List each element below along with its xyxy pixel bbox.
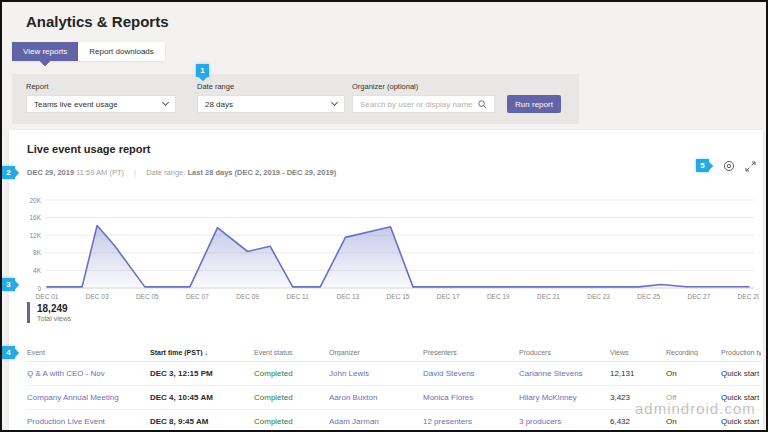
start-time: DEC 4, 10:45 AM [150,393,254,402]
organizer-link[interactable]: Aaron Buxton [329,393,423,402]
svg-text:DEC 09: DEC 09 [236,293,259,300]
svg-text:DEC 27: DEC 27 [687,293,710,300]
svg-text:0: 0 [37,285,41,292]
events-table: Event Start time (PST) ↓ Event status Or… [27,344,761,432]
date-range-select-value: 28 days [205,100,233,109]
report-title: Live event usage report [27,143,151,155]
watermark: admindroid.com [635,400,756,417]
event-link[interactable]: Production Live Event [27,417,150,426]
organizer-link[interactable]: John Lewis [329,369,423,378]
report-panel: Live event usage report DEC 29, 2019 11:… [9,130,763,430]
organizer-search-input[interactable] [360,100,478,109]
production-type-value: Quick start [721,417,761,426]
col-organizer[interactable]: Organizer [329,349,423,356]
col-production-type[interactable]: Production type [721,349,761,356]
views-value: 12,131 [610,369,666,378]
callout-badge-5: 5 [696,159,709,172]
presenters-link[interactable]: 12 presenters [423,417,519,426]
tab-view-reports-label: View reports [23,47,67,56]
chevron-down-icon [331,99,338,106]
col-start-time[interactable]: Start time (PST) ↓ [150,349,254,356]
col-producers[interactable]: Producers [519,349,610,356]
svg-text:DEC 07: DEC 07 [186,293,209,300]
svg-text:4K: 4K [33,267,42,274]
date-range-meta-value: Last 28 days (DEC 2, 2019 - DEC 29, 2019… [187,168,336,177]
presenters-link[interactable]: David Stevens [423,369,519,378]
callout-badge-4: 4 [2,346,15,359]
tab-bar: View reports Report downloads [12,42,165,61]
event-status: Completed [254,393,329,402]
svg-text:DEC 25: DEC 25 [637,293,660,300]
producers-link[interactable]: Hilary McKinney [519,393,610,402]
tab-report-downloads[interactable]: Report downloads [78,42,164,61]
views-value: 6,432 [610,417,666,426]
col-views[interactable]: Views [610,349,666,356]
svg-text:DEC 21: DEC 21 [537,293,560,300]
total-views-value: 18,249 [37,303,71,314]
svg-text:DEC 13: DEC 13 [336,293,359,300]
tab-view-reports[interactable]: View reports [12,42,78,61]
svg-text:8K: 8K [33,249,42,256]
report-label: Report [26,82,49,91]
report-actions [722,159,757,173]
usage-area-chart-svg: 04K8K12K16K20KDEC 01DEC 03DEC 05DEC 07DE… [14,194,759,306]
generated-time: 11:59 AM (PT) [76,168,124,177]
svg-text:12K: 12K [29,232,41,239]
svg-text:20K: 20K [29,197,41,204]
tab-report-downloads-label: Report downloads [89,47,153,56]
settings-icon[interactable] [722,159,736,173]
generated-date: DEC 29, 2019 [27,168,74,177]
recording-value: On [666,369,721,378]
fullscreen-icon[interactable] [743,159,757,173]
svg-text:DEC 01: DEC 01 [36,293,59,300]
callout-badge-1: 1 [196,64,209,77]
organizer-label: Organizer (optional) [352,82,418,91]
usage-area-chart[interactable]: 04K8K12K16K20KDEC 01DEC 03DEC 05DEC 07DE… [14,194,759,306]
date-range-select[interactable]: 28 days [197,95,345,113]
table-header-row: Event Start time (PST) ↓ Event status Or… [27,344,761,362]
run-report-button[interactable]: Run report [507,95,561,113]
total-views-label: Total views [37,315,71,322]
col-event[interactable]: Event [27,349,150,356]
svg-text:DEC 17: DEC 17 [437,293,460,300]
col-presenters[interactable]: Presenters [423,349,519,356]
svg-text:16K: 16K [29,214,41,221]
recording-value: On [666,417,721,426]
analytics-reports-page: Analytics & Reports View reports Report … [0,0,768,432]
event-link[interactable]: Q & A with CEO - Nov [27,369,150,378]
col-recording[interactable]: Recording [666,349,721,356]
svg-text:DEC 23: DEC 23 [587,293,610,300]
event-status: Completed [254,417,329,426]
search-icon [478,100,487,109]
start-time: DEC 3, 12:15 PM [150,369,254,378]
start-time: DEC 8, 9:45 AM [150,417,254,426]
svg-text:DEC 19: DEC 19 [487,293,510,300]
active-tab-pointer [39,55,50,66]
date-range-label: Date range [197,82,234,91]
producers-link[interactable]: 3 producers [519,417,610,426]
producers-link[interactable]: Carianne Stevens [519,369,610,378]
organizer-link[interactable]: Adam Jarman [329,417,423,426]
report-select[interactable]: Teams live event usage [26,95,176,113]
sort-descending-icon: ↓ [204,349,208,356]
organizer-search [352,95,495,113]
event-status: Completed [254,369,329,378]
meta-separator: | [134,168,136,177]
svg-text:DEC 05: DEC 05 [136,293,159,300]
date-range-meta-label: Date range: [146,168,185,177]
col-event-status[interactable]: Event status [254,349,329,356]
table-row: Q & A with CEO - Nov DEC 3, 12:15 PM Com… [27,362,761,386]
svg-text:DEC 29: DEC 29 [738,293,759,300]
svg-text:DEC 15: DEC 15 [387,293,410,300]
page-title: Analytics & Reports [26,13,169,30]
filter-bar: Report Teams live event usage Date range… [12,74,579,124]
callout-badge-2: 2 [2,166,15,179]
event-link[interactable]: Company Annual Meeting [27,393,150,402]
report-select-value: Teams live event usage [34,100,118,109]
presenters-link[interactable]: Monica Flores [423,393,519,402]
svg-text:DEC 03: DEC 03 [86,293,109,300]
chevron-down-icon [162,99,169,106]
svg-text:DEC 11: DEC 11 [287,293,310,300]
production-type-value: Quick start [721,369,761,378]
callout-badge-3: 3 [2,278,15,291]
